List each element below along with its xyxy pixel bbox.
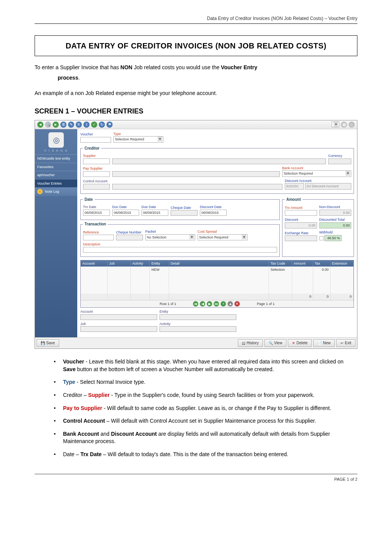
explanation-bullet: Pay to Supplier - Will default to same c… <box>54 405 357 412</box>
pay-supplier-input[interactable] <box>83 171 110 177</box>
voucher-entries-screenshot: ◄ 🔍 ► ≣ ✎ ⎘ ⇩ ✓ ↻ ⚑ ▦ ⌂ ◎ V I S A G E NE… <box>35 120 357 349</box>
delete-button[interactable]: ✕ Delete <box>288 339 312 347</box>
grid-body-row[interactable]: NEW Selection 0.00 <box>81 267 354 293</box>
packet-label: Packet <box>145 229 195 234</box>
discount-date-label: Discount Date <box>200 205 227 210</box>
intro-text-e: . <box>78 75 80 81</box>
pager-add-icon[interactable]: + <box>221 301 226 307</box>
save-icon: 💾 <box>41 341 45 346</box>
grid-cell-amount[interactable] <box>292 267 313 293</box>
history-button-label: History <box>247 340 259 346</box>
toolbar-a-icon[interactable]: ≣ <box>60 122 66 128</box>
grid-col-amount: Amount <box>292 260 313 267</box>
type-select[interactable]: Selection Required <box>113 136 163 143</box>
date-legend: Date <box>83 197 95 202</box>
creditor-legend: Creditor <box>83 146 101 151</box>
pager-prev-icon[interactable]: ◀ <box>200 301 205 307</box>
toolbar-home-icon[interactable]: ⌂ <box>349 122 355 128</box>
bullet-text-part: – Will default with Control Account set … <box>105 418 316 424</box>
sidebar-subitem-note-log[interactable]: ! Note Log <box>35 187 77 196</box>
cost-spread-label: Cost Spread <box>198 229 247 234</box>
description-input[interactable] <box>83 247 277 253</box>
sidebar-item-aptvoucher[interactable]: aptVoucher <box>35 171 77 179</box>
discount-account-desc: DJ Discount Account <box>305 183 351 190</box>
doc-date-input[interactable]: 06/08/2015 <box>112 210 139 216</box>
pager-up-icon[interactable]: ▲ <box>228 301 233 307</box>
pager-delete-icon[interactable]: ✕ <box>234 301 240 307</box>
cost-spread-select[interactable]: Selection Required <box>198 234 247 241</box>
toolbar-nav-fwd-icon[interactable]: ► <box>53 122 59 128</box>
document-header-text: Data Entry of Creditor Invoices (NON Job… <box>207 16 358 21</box>
explanation-bullet: Type - Select Normal Invoice type. <box>54 378 357 386</box>
explanation-bullet: Date – Trx Date – Will default to today'… <box>54 451 357 458</box>
pager-first-icon[interactable]: ⏮ <box>193 301 198 307</box>
history-icon: 🕮 <box>242 341 246 346</box>
below-entity-label: Entity <box>159 309 236 314</box>
cheque-date-input[interactable] <box>171 210 198 216</box>
intro-indent-text: process <box>58 75 78 81</box>
pager-next-icon[interactable]: ▶ <box>207 301 212 307</box>
sidebar-item-favourites[interactable]: Favourites <box>35 163 77 171</box>
withhold-checkbox[interactable] <box>319 236 324 240</box>
page-footer: PAGE 1 of 2 <box>35 474 357 482</box>
intro-text-b: NON <box>120 64 132 70</box>
bullet-text-part: Voucher <box>63 358 84 365</box>
bank-account-select[interactable]: Selection Required <box>282 170 351 177</box>
new-button[interactable]: 📄 New <box>313 339 335 347</box>
creditor-group: Creditor Supplier Currency <box>80 146 354 194</box>
view-button[interactable]: 🔍 View <box>264 339 287 347</box>
sidebar-entity[interactable]: NEWcastle test entity <box>35 154 77 163</box>
bullet-text-part: Trx Date <box>80 451 101 457</box>
grid-cell-activity[interactable] <box>131 267 150 293</box>
trx-amount-input[interactable] <box>285 210 317 216</box>
history-button[interactable]: 🕮 History <box>238 339 263 347</box>
grid-col-account: Account <box>81 260 108 267</box>
due-date-input[interactable]: 06/08/2015 <box>141 210 168 216</box>
toolbar-nav-back-icon[interactable]: ◄ <box>37 122 43 128</box>
voucher-input[interactable] <box>80 137 111 143</box>
control-account-name-display <box>112 184 282 190</box>
discount-date-input[interactable]: 06/08/2015 <box>200 210 227 216</box>
toolbar-calendar-icon[interactable]: ▦ <box>341 122 347 128</box>
reference-input[interactable] <box>83 235 114 240</box>
intro-line-1-indent: process. <box>58 74 357 82</box>
toolbar-b-icon[interactable]: ✎ <box>68 122 74 128</box>
toolbar-c-icon[interactable]: ⎘ <box>76 122 82 128</box>
toolbar-g-icon[interactable]: ⚑ <box>106 122 113 128</box>
supplier-input[interactable] <box>83 158 110 164</box>
cheque-number-input[interactable] <box>116 235 143 240</box>
toolbar-f-icon[interactable]: ↻ <box>99 122 105 128</box>
toolbar-search-icon[interactable]: 🔍 <box>45 122 51 128</box>
discount-account-code: 5101SC <box>285 183 304 190</box>
grid-cell-detail[interactable] <box>169 267 269 293</box>
grid-cell-job[interactable] <box>108 267 131 293</box>
exit-button[interactable]: ↩ Exit <box>336 339 355 347</box>
toolbar-d-icon[interactable]: ⇩ <box>83 122 90 128</box>
grid-cell-taxcode[interactable]: Selection <box>269 267 292 293</box>
discount-label: Discount <box>285 217 317 222</box>
trx-date-input[interactable]: 06/08/2015 <box>83 210 110 216</box>
grid-cell-tax[interactable]: 0.00 <box>313 267 331 293</box>
document-header: Data Entry of Creditor Invoices (NON Job… <box>35 15 357 24</box>
explanation-bullet: Bank Account and Discount Account are di… <box>54 430 357 445</box>
explanation-bullet: Voucher - Leave this field blank at this… <box>54 358 357 373</box>
save-button[interactable]: 💾 Save <box>37 339 59 347</box>
bullet-text-part: Type <box>63 379 75 385</box>
bullet-text-part: button at the bottom left of screen a Vo… <box>76 366 274 372</box>
bullet-text-part: Date – <box>63 451 80 457</box>
grid-cell-extension[interactable] <box>331 267 354 293</box>
sidebar-item-voucher-entries[interactable]: Voucher Entries <box>35 179 77 188</box>
pager-last-icon[interactable]: ⏭ <box>214 301 219 307</box>
below-job-display <box>80 326 157 332</box>
grid-cell-account[interactable] <box>81 267 108 293</box>
due-date-label: Due Date <box>141 205 168 210</box>
grid-cell-entity[interactable]: NEW <box>150 267 169 293</box>
section-heading: SCREEN 1 – VOUCHER ENTRIES <box>35 107 357 116</box>
bullet-text-part: Save <box>63 366 76 372</box>
packet-select[interactable]: No Selection <box>145 234 195 241</box>
page-info: Page 1 of 1 <box>241 302 290 307</box>
toolbar-dropdown[interactable] <box>332 122 339 127</box>
toolbar-e-icon[interactable]: ✓ <box>91 122 97 128</box>
grid-foot-amount: 0 <box>292 293 313 300</box>
grid-foot-tax: 0 <box>313 293 331 300</box>
